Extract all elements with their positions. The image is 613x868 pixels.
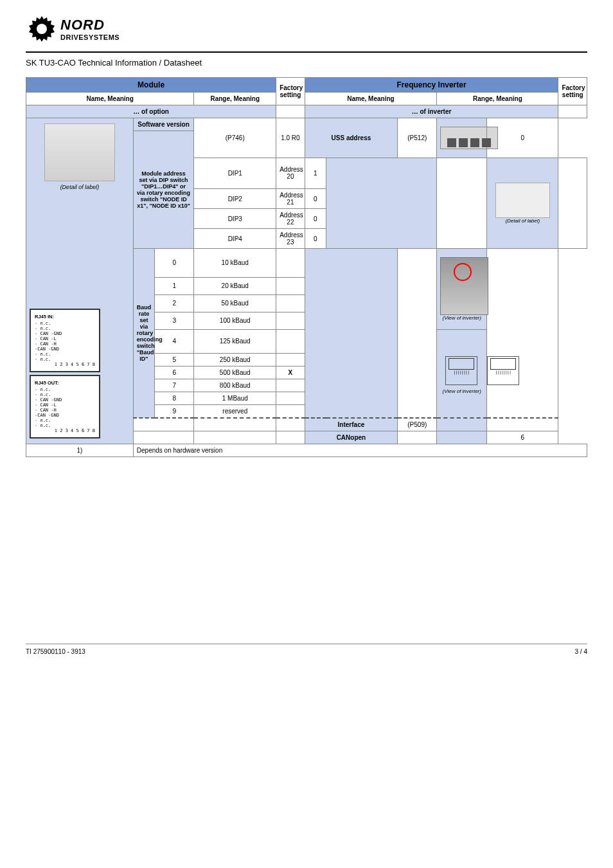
rj45-out-box: RJ45 OUT: - n.c. - n.c. - CAN -GND - CAN… <box>30 375 100 439</box>
sub-range2: Range, Meaning <box>437 93 558 105</box>
sub-name-meaning: Name, Meaning <box>26 93 194 105</box>
row-label: Software version <box>133 118 194 131</box>
logo-sub: DRIVESYSTEMS <box>60 33 120 41</box>
footer-doc-id: TI 275900110 - 3913 <box>26 648 85 655</box>
header-inverter: Frequency Inverter <box>305 78 558 93</box>
header-factory2: Factory setting <box>558 78 587 105</box>
sub-range: Range, Meaning <box>194 93 276 105</box>
dip-switch-image <box>437 118 487 158</box>
rj45-sockets-image: |||||||| |||||||| (View of inverter) <box>437 329 487 418</box>
header-factory: Factory setting <box>276 78 305 105</box>
sub-inv: … of inverter <box>305 105 558 118</box>
gear-icon <box>26 13 58 45</box>
rj45-in-box: RJ45 IN: - n.c. - n.c. - CAN -GND - CAN … <box>30 309 100 372</box>
inverter-image: (View of inverter) <box>437 249 487 330</box>
sub-option: … of option <box>26 105 276 118</box>
label-card-image <box>44 123 115 181</box>
header-module: Module <box>26 78 276 93</box>
page-title: SK TU3-CAO Technical Information / Datas… <box>26 58 587 68</box>
footnote-text: Depends on hardware version <box>133 444 587 457</box>
rotary-switch-image: (Detail of label) <box>487 158 558 249</box>
logo-brand: NORD <box>60 17 120 33</box>
footnote-marker: 1) <box>26 444 134 457</box>
left-column: (Detail of label) RJ45 IN: - n.c. - n.c.… <box>26 118 134 444</box>
sub-name-meaning2: Name, Meaning <box>305 93 437 105</box>
page-footer: TI 275900110 - 3913 3 / 4 <box>26 644 587 655</box>
logo-area: NORD DRIVESYSTEMS <box>26 13 587 45</box>
config-table: Module Factory setting Frequency Inverte… <box>26 77 587 457</box>
footer-page-number: 3 / 4 <box>575 648 587 655</box>
svg-point-0 <box>37 24 47 34</box>
